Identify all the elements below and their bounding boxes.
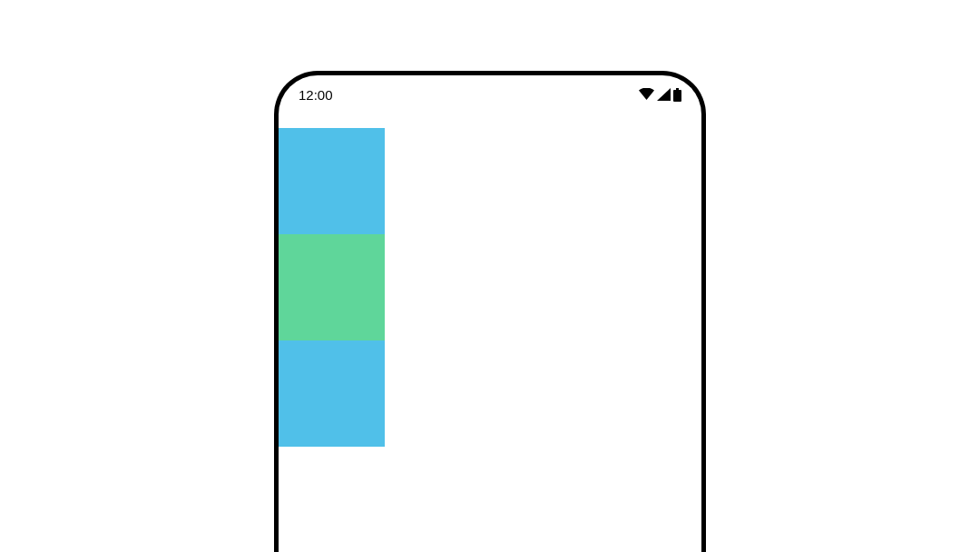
block-1 xyxy=(279,128,385,234)
svg-rect-0 xyxy=(673,90,681,102)
device-frame: 12:00 xyxy=(274,71,706,552)
svg-rect-1 xyxy=(676,88,679,90)
status-time: 12:00 xyxy=(299,87,333,103)
status-icons xyxy=(639,88,681,102)
battery-icon xyxy=(673,88,681,102)
wifi-icon xyxy=(639,88,654,101)
block-3 xyxy=(279,340,385,447)
blocks-column xyxy=(279,128,385,447)
cellular-icon xyxy=(657,88,671,101)
content-area xyxy=(279,108,701,447)
block-2 xyxy=(279,234,385,340)
status-bar: 12:00 xyxy=(279,75,701,108)
